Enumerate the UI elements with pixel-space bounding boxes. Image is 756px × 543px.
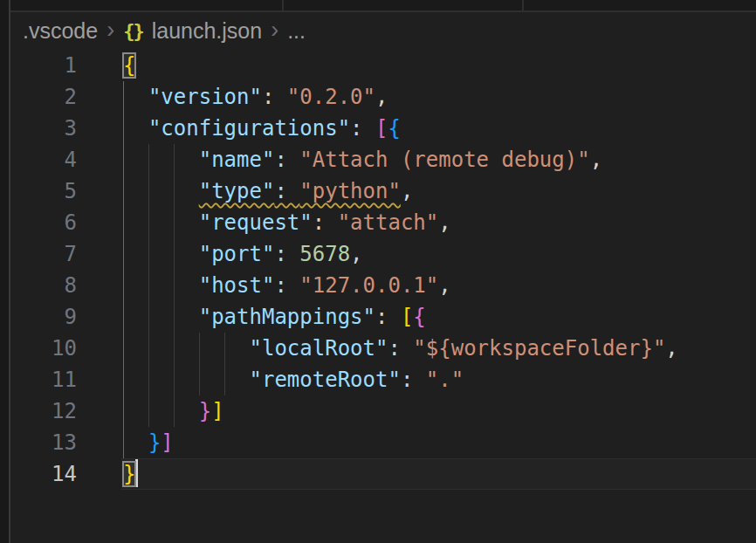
tab-divider <box>282 0 284 10</box>
line-number[interactable]: 13 <box>10 427 77 458</box>
token-punc: : <box>274 148 299 172</box>
token-str: "127.0.0.1" <box>299 273 438 298</box>
line-number[interactable]: 2 <box>10 81 77 113</box>
token-str: "attach" <box>338 210 439 235</box>
code-line-12[interactable]: 12 }] <box>10 395 756 427</box>
line-number[interactable]: 3 <box>10 113 77 144</box>
breadcrumb-item-file[interactable]: launch.json <box>152 18 262 44</box>
line-number[interactable]: 1 <box>10 50 77 81</box>
token-ws <box>123 116 148 141</box>
code-text: "request": "attach", <box>123 207 451 238</box>
code-text: "configurations": [{ <box>123 113 401 144</box>
code-text: { <box>123 50 135 81</box>
code-text: }] <box>123 427 174 458</box>
token-punc: : <box>388 336 413 361</box>
line-number[interactable]: 14 <box>10 458 77 490</box>
token-punc: : <box>401 368 426 392</box>
token-str: "." <box>426 368 464 392</box>
vscode-window: .vscode › {} launch.json › ... 1{2 "vers… <box>0 0 756 543</box>
line-number[interactable]: 10 <box>10 333 77 364</box>
code-line-2[interactable]: 2 "version": "0.2.0", <box>10 81 756 113</box>
line-number[interactable]: 5 <box>10 175 77 207</box>
current-line-highlight <box>121 458 756 490</box>
code-line-14[interactable]: 14} <box>10 458 756 490</box>
token-punc: , <box>401 179 413 203</box>
line-number[interactable]: 4 <box>10 144 77 175</box>
matched-bracket: { <box>123 53 135 78</box>
token-punc: : <box>350 116 375 141</box>
token-ws <box>123 399 199 423</box>
breadcrumb-item-folder[interactable]: .vscode <box>23 18 98 44</box>
code-text: "localRoot": "${workspaceFolder}", <box>123 333 678 364</box>
code-line-13[interactable]: 13 }] <box>10 427 756 458</box>
token-key: "request" <box>199 210 313 235</box>
token-punc: , <box>590 148 602 172</box>
code-line-4[interactable]: 4 "name": "Attach (remote debug)", <box>10 144 756 175</box>
token-pink: [ <box>375 116 388 141</box>
breadcrumb: .vscode › {} launch.json › ... <box>10 12 756 50</box>
code-text: "host": "127.0.0.1", <box>123 270 451 301</box>
token-punc: : <box>375 305 401 329</box>
token-key: "port" <box>199 242 275 266</box>
editor-group: .vscode › {} launch.json › ... 1{2 "vers… <box>10 0 756 543</box>
token-blue: { <box>388 116 400 141</box>
token-ws <box>123 85 148 109</box>
token-blue: } <box>148 430 161 455</box>
breadcrumb-item-symbol[interactable]: ... <box>287 18 306 44</box>
token-str: "Attach (remote debug)" <box>299 148 589 172</box>
token-key: "remoteRoot" <box>250 368 401 392</box>
token-gold: [ <box>401 305 413 329</box>
line-number[interactable]: 8 <box>10 270 77 301</box>
warning-squiggle-text: "python" <box>299 179 401 203</box>
code-line-3[interactable]: 3 "configurations": [{ <box>10 113 756 144</box>
code-line-6[interactable]: 6 "request": "attach", <box>10 207 756 238</box>
line-number[interactable]: 12 <box>10 395 77 427</box>
token-ws <box>123 430 148 455</box>
json-file-icon: {} <box>123 20 143 42</box>
token-punc: : <box>262 85 287 109</box>
token-punc: : <box>313 210 338 235</box>
warning-squiggle-text: : <box>274 179 299 203</box>
token-punc: , <box>375 85 388 109</box>
token-punc: : <box>274 273 299 298</box>
token-pink: { <box>413 305 425 329</box>
code-line-1[interactable]: 1{ <box>10 50 756 81</box>
code-line-11[interactable]: 11 "remoteRoot": "." <box>10 364 756 395</box>
code-line-7[interactable]: 7 "port": 5678, <box>10 238 756 270</box>
token-punc: , <box>438 210 450 235</box>
token-punc: , <box>350 242 362 266</box>
token-punc: , <box>438 273 450 298</box>
token-str: "${workspaceFolder}" <box>413 336 665 361</box>
code-line-9[interactable]: 9 "pathMappings": [{ <box>10 301 756 333</box>
token-pink: } <box>199 399 211 423</box>
code-line-5[interactable]: 5 "type": "python", <box>10 175 756 207</box>
code-line-8[interactable]: 8 "host": "127.0.0.1", <box>10 270 756 301</box>
token-key: "host" <box>199 273 275 298</box>
text-cursor <box>135 459 138 487</box>
token-key: "name" <box>199 148 275 172</box>
code-text: "pathMappings": [{ <box>123 301 426 333</box>
editor-code-area[interactable]: 1{2 "version": "0.2.0",3 "configurations… <box>10 50 756 543</box>
token-ws <box>123 336 250 361</box>
tab-bar[interactable] <box>10 0 756 12</box>
token-ws <box>123 148 199 172</box>
code-text: "remoteRoot": "." <box>123 364 464 395</box>
tab-divider <box>522 0 524 10</box>
line-number[interactable]: 9 <box>10 301 77 333</box>
line-number[interactable]: 6 <box>10 207 77 238</box>
token-key: "version" <box>148 85 262 109</box>
token-key: "localRoot" <box>250 336 388 361</box>
token-punc: : <box>274 242 299 266</box>
sidebar-edge <box>0 0 10 543</box>
token-gold: ] <box>211 399 223 423</box>
token-punc: , <box>665 336 677 361</box>
code-text: "type": "python", <box>123 175 413 207</box>
token-key: "configurations" <box>148 116 350 141</box>
line-number[interactable]: 7 <box>10 238 77 270</box>
token-ws <box>123 368 250 392</box>
code-line-10[interactable]: 10 "localRoot": "${workspaceFolder}", <box>10 333 756 364</box>
token-num: 5678 <box>299 242 350 266</box>
token-str: "0.2.0" <box>287 85 375 109</box>
code-text: } <box>123 458 138 490</box>
line-number[interactable]: 11 <box>10 364 77 395</box>
